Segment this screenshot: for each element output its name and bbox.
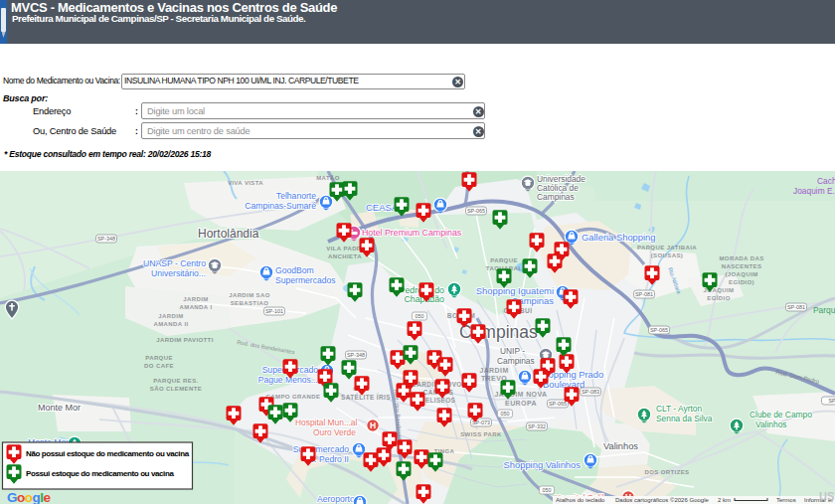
svg-text:Possui estoque do medicamento: Possui estoque do medicamento ou vacina bbox=[26, 469, 174, 478]
svg-text:SP-065: SP-065 bbox=[650, 327, 668, 333]
svg-text:Cach...: Cach... bbox=[817, 176, 835, 186]
svg-text:PARQUE: PARQUE bbox=[490, 257, 518, 263]
svg-text:UNASP - Centro: UNASP - Centro bbox=[143, 258, 206, 268]
svg-text:Clube de Campo: Clube de Campo bbox=[750, 410, 812, 420]
svg-text:SP-101: SP-101 bbox=[265, 308, 283, 314]
svg-text:Shopping Valinhos: Shopping Valinhos bbox=[504, 459, 582, 470]
svg-text:Hotel Premium Campinas: Hotel Premium Campinas bbox=[362, 228, 462, 238]
svg-text:Valinhos: Valinhos bbox=[603, 441, 638, 451]
svg-text:NASCENTES: NASCENTES bbox=[722, 263, 762, 269]
svg-text:JARDIM: JARDIM bbox=[158, 313, 183, 319]
svg-text:Aeroporto: Aeroporto bbox=[317, 494, 355, 504]
svg-text:Hortolândia: Hortolândia bbox=[198, 227, 259, 241]
svg-text:MATÃO: MATÃO bbox=[316, 175, 340, 181]
svg-text:EGÍDIO: EGÍDIO bbox=[707, 294, 730, 301]
svg-text:SP-083: SP-083 bbox=[582, 389, 599, 395]
svg-text:Senna da Silva: Senna da Silva bbox=[656, 414, 713, 423]
svg-text:Galleria Shopping: Galleria Shopping bbox=[582, 232, 656, 243]
svg-text:(JOAQUIM: (JOAQUIM bbox=[725, 271, 757, 277]
svg-text:SATÉLITE ÍRIS: SATÉLITE ÍRIS bbox=[341, 393, 391, 401]
svg-text:SP-065: SP-065 bbox=[467, 208, 485, 214]
svg-text:SP-348: SP-348 bbox=[97, 236, 115, 242]
svg-text:MORADA DAS: MORADA DAS bbox=[719, 255, 763, 261]
svg-text:JARDIM: JARDIM bbox=[183, 296, 208, 302]
svg-text:CEASA: CEASA bbox=[366, 202, 399, 213]
svg-text:VILA PADR.: VILA PADR. bbox=[326, 246, 363, 252]
svg-text:Ouro Verde: Ouro Verde bbox=[313, 427, 356, 437]
svg-text:Campinas-Sumaré: Campinas-Sumaré bbox=[245, 201, 316, 211]
svg-text:Joaquim E...: Joaquim E... bbox=[793, 186, 835, 196]
svg-text:ANCHIETA: ANCHIETA bbox=[328, 253, 362, 259]
svg-text:DO CAFE: DO CAFE bbox=[144, 363, 174, 369]
svg-text:SP: SP bbox=[828, 398, 835, 404]
svg-text:PARQUE: PARQUE bbox=[145, 355, 173, 361]
svg-text:050: 050 bbox=[416, 313, 424, 319]
svg-text:Termos: Termos bbox=[776, 497, 796, 503]
svg-text:050: 050 bbox=[543, 487, 552, 493]
svg-text:AMANDA II: AMANDA II bbox=[153, 321, 188, 327]
svg-text:ELISEOS: ELISEOS bbox=[425, 397, 456, 404]
svg-text:Monte Mor: Monte Mor bbox=[38, 403, 81, 413]
svg-text:Campinas: Campinas bbox=[537, 192, 575, 202]
svg-text:VIVA VISTA: VIVA VISTA bbox=[228, 180, 263, 186]
svg-text:Parqu...: Parqu... bbox=[813, 305, 835, 315]
svg-text:SWISS PARK: SWISS PARK bbox=[460, 431, 502, 437]
svg-text:SÃO CLEMENTE: SÃO CLEMENTE bbox=[150, 386, 202, 392]
svg-text:Não possui estoque do medicame: Não possui estoque do medicamento ou vac… bbox=[26, 449, 190, 458]
svg-text:Telhanorte: Telhanorte bbox=[276, 191, 316, 201]
svg-text:CAMPO GRANDE: CAMPO GRANDE bbox=[266, 394, 321, 400]
svg-text:AMANDA I: AMANDA I bbox=[180, 304, 213, 310]
svg-text:Valinhos: Valinhos bbox=[755, 420, 787, 429]
svg-text:050: 050 bbox=[501, 411, 510, 417]
svg-text:EGIDIO): EGIDIO) bbox=[729, 279, 754, 285]
svg-text:Pague Menos...: Pague Menos... bbox=[258, 375, 318, 385]
svg-text:SP-332: SP-332 bbox=[528, 423, 546, 429]
svg-text:Universitário...: Universitário... bbox=[151, 268, 206, 278]
svg-text:(SOUSAS): (SOUSAS) bbox=[651, 252, 684, 258]
svg-text:Google: Google bbox=[7, 490, 52, 504]
svg-text:JARDIM: JARDIM bbox=[479, 367, 508, 374]
svg-text:DOS ORTIZES: DOS ORTIZES bbox=[644, 469, 689, 475]
svg-text:JARDIM SAO: JARDIM SAO bbox=[229, 292, 270, 298]
svg-text:SP-065: SP-065 bbox=[549, 401, 567, 407]
svg-text:Campinas: Campinas bbox=[497, 356, 535, 366]
svg-text:SP-081: SP-081 bbox=[787, 304, 805, 310]
svg-text:PARQUE JATIBAIA: PARQUE JATIBAIA bbox=[637, 245, 697, 251]
svg-text:Dados cartográficos ©2026 Goog: Dados cartográficos ©2026 Google bbox=[615, 497, 709, 503]
svg-text:CLT - Ayrton: CLT - Ayrton bbox=[656, 404, 702, 414]
svg-text:Supermercados: Supermercados bbox=[275, 275, 336, 285]
svg-text:SP-348: SP-348 bbox=[347, 352, 365, 358]
svg-text:GoodBom: GoodBom bbox=[275, 265, 314, 275]
svg-text:Atalhos do teclado: Atalhos do teclado bbox=[556, 497, 605, 503]
svg-text:2 km: 2 km bbox=[718, 497, 731, 503]
svg-text:UNIP -: UNIP - bbox=[500, 346, 525, 356]
svg-text:JARDIM PAVIOTTI: JARDIM PAVIOTTI bbox=[156, 337, 213, 343]
svg-text:Hospital Mun...al: Hospital Mun...al bbox=[295, 418, 358, 427]
svg-text:US: US bbox=[819, 490, 834, 502]
svg-text:SEBASTIAO: SEBASTIAO bbox=[231, 300, 269, 306]
svg-text:SP-081: SP-081 bbox=[635, 291, 653, 297]
svg-text:PARQUE RES.: PARQUE RES. bbox=[153, 378, 198, 384]
svg-text:EUROPA: EUROPA bbox=[505, 400, 537, 407]
